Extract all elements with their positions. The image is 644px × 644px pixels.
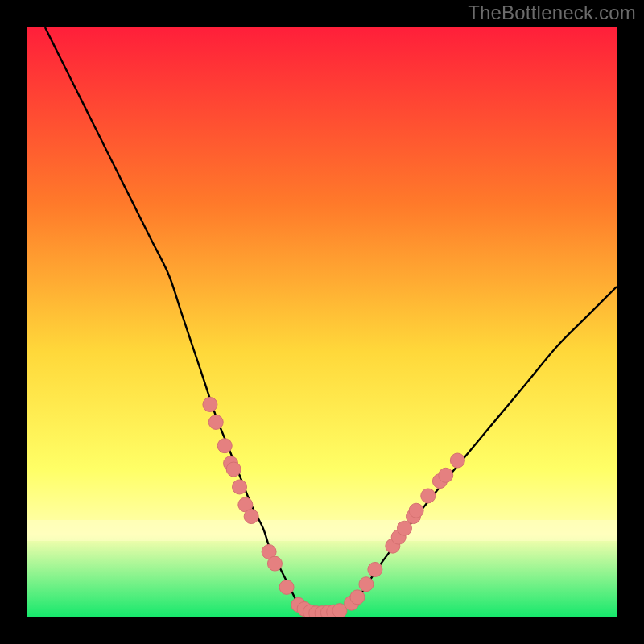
curve-marker [267,556,282,571]
curve-marker [233,480,247,494]
curve-marker [450,453,464,468]
curve-marker [359,577,374,592]
curve-marker [409,503,423,518]
plot-area [27,27,617,617]
watermark-text: TheBottleneck.com [468,2,636,24]
curve-marker [208,415,223,429]
highlight-band [27,520,617,541]
curve-marker [439,468,453,482]
chart-frame: TheBottleneck.com [0,0,644,644]
curve-marker [397,521,411,535]
curve-marker [368,562,382,576]
curve-marker [350,590,365,605]
curve-marker [279,580,294,594]
plot-svg [27,27,617,617]
curve-marker [203,397,217,411]
curve-marker [244,510,258,524]
curve-marker [217,439,232,453]
curve-marker [226,462,241,477]
curve-marker [421,489,436,503]
